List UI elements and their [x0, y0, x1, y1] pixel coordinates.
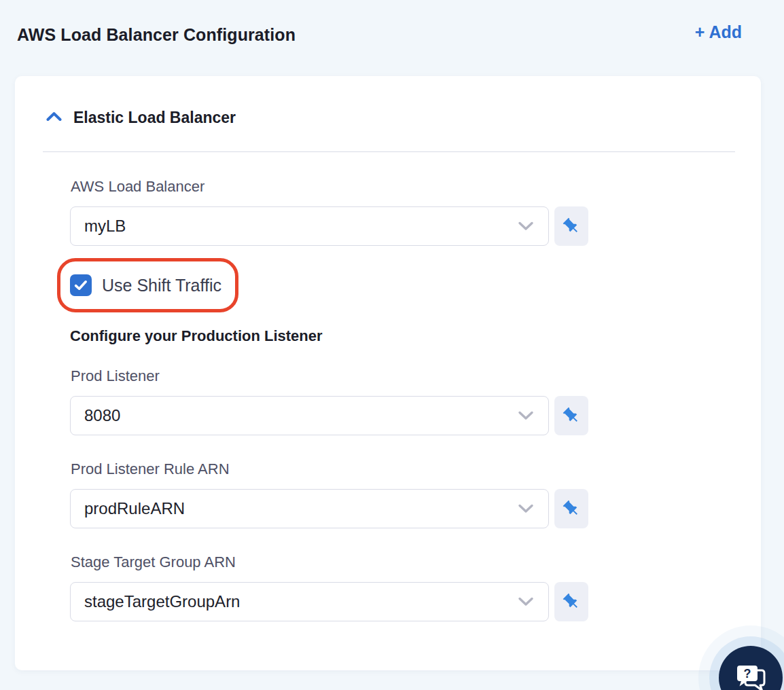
aws-load-balancer-label: AWS Load Balancer	[71, 177, 588, 196]
pin-button[interactable]	[554, 206, 588, 246]
field-prod-listener-rule-arn: Prod Listener Rule ARN prodRuleARN	[70, 460, 588, 528]
section-title: Elastic Load Balancer	[73, 109, 236, 127]
pushpin-icon	[558, 495, 585, 522]
stage-target-group-arn-value: stageTargetGroupArn	[84, 592, 240, 611]
chevron-down-icon	[518, 504, 534, 513]
chevron-up-icon[interactable]	[46, 111, 62, 124]
chevron-down-icon	[518, 597, 534, 606]
pushpin-icon	[558, 213, 585, 240]
chevron-down-icon	[518, 221, 534, 231]
pin-button[interactable]	[554, 489, 588, 528]
section-header-elastic-load-balancer[interactable]: Elastic Load Balancer	[46, 109, 735, 127]
annotation-highlight-ring: Use Shift Traffic	[57, 258, 238, 312]
production-listener-subheading: Configure your Production Listener	[70, 327, 588, 346]
pin-button[interactable]	[554, 396, 588, 435]
load-balancer-config-card: Elastic Load Balancer AWS Load Balancer …	[15, 76, 761, 670]
checkmark-icon	[74, 280, 88, 291]
field-stage-target-group-arn: Stage Target Group ARN stageTargetGroupA…	[70, 553, 588, 621]
chat-question-icon: ?	[734, 664, 767, 690]
checkbox-label: Use Shift Traffic	[102, 276, 221, 295]
prod-listener-label: Prod Listener	[71, 367, 588, 386]
prod-listener-value: 8080	[84, 406, 120, 425]
aws-load-balancer-select[interactable]: myLB	[70, 206, 549, 246]
stage-target-group-arn-label: Stage Target Group ARN	[71, 553, 588, 572]
stage-target-group-arn-select[interactable]: stageTargetGroupArn	[70, 582, 549, 621]
field-prod-listener: Prod Listener 8080	[70, 367, 588, 435]
chevron-down-icon	[518, 411, 534, 420]
checkbox-box[interactable]	[70, 274, 92, 296]
pushpin-icon	[558, 402, 585, 429]
use-shift-traffic-checkbox[interactable]: Use Shift Traffic	[70, 274, 221, 296]
prod-listener-rule-arn-value: prodRuleARN	[84, 499, 185, 518]
pushpin-icon	[558, 588, 585, 615]
pin-button[interactable]	[554, 582, 588, 621]
field-aws-load-balancer: AWS Load Balancer myLB	[70, 177, 588, 246]
page-title: AWS Load Balancer Configuration	[17, 25, 296, 45]
prod-listener-rule-arn-select[interactable]: prodRuleARN	[70, 489, 549, 528]
page-header: AWS Load Balancer Configuration + Add	[0, 0, 784, 45]
prod-listener-rule-arn-label: Prod Listener Rule ARN	[71, 460, 588, 479]
divider	[43, 151, 735, 152]
svg-text:?: ?	[744, 667, 751, 680]
prod-listener-select[interactable]: 8080	[70, 396, 549, 435]
add-button[interactable]: + Add	[695, 22, 742, 42]
aws-load-balancer-value: myLB	[84, 217, 126, 236]
form: AWS Load Balancer myLB	[46, 177, 588, 621]
